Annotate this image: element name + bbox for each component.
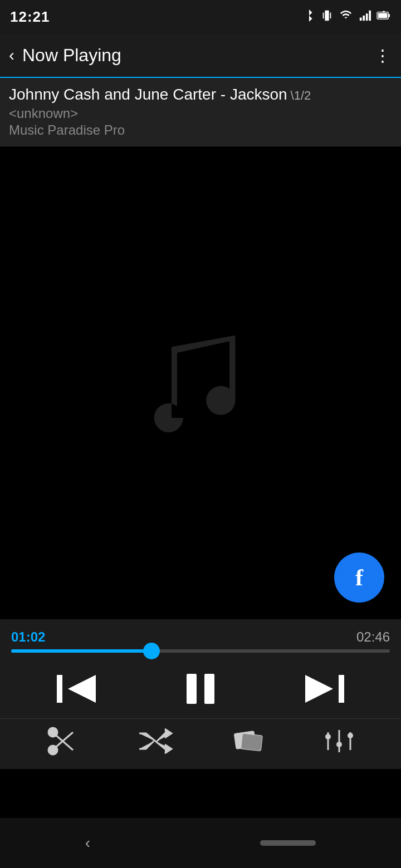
svg-rect-13: [187, 674, 197, 704]
svg-point-24: [325, 734, 331, 739]
status-time: 12:21: [10, 8, 50, 26]
album-art-area: f: [0, 146, 401, 619]
equalizer-button[interactable]: [322, 724, 356, 758]
battery-icon: [376, 9, 391, 24]
music-note-icon: [128, 309, 273, 456]
nav-back-button[interactable]: ‹: [85, 834, 90, 852]
song-artist: <unknown>: [9, 106, 392, 121]
svg-rect-3: [360, 17, 362, 20]
vibrate-icon: [321, 8, 333, 26]
progress-thumb[interactable]: [143, 643, 160, 659]
nav-home-pill[interactable]: [260, 840, 316, 846]
svg-point-28: [348, 733, 353, 738]
facebook-label: f: [355, 564, 363, 591]
svg-marker-12: [68, 675, 96, 703]
progress-track[interactable]: [11, 649, 390, 653]
song-source: Music Paradise Pro: [9, 122, 392, 138]
svg-rect-8: [388, 14, 390, 17]
bottom-controls: [0, 718, 401, 769]
wifi-icon: [339, 9, 353, 24]
current-time: 01:02: [11, 629, 45, 645]
shuffle-button[interactable]: [136, 724, 175, 758]
bluetooth-icon: [303, 8, 315, 26]
previous-button[interactable]: [57, 669, 101, 708]
svg-rect-0: [325, 10, 329, 20]
progress-times: 01:02 02:46: [11, 629, 390, 645]
cut-button[interactable]: [45, 724, 79, 758]
svg-rect-2: [330, 12, 331, 18]
song-info: Johnny Cash and June Carter - Jackson \1…: [0, 78, 401, 146]
next-button[interactable]: [300, 669, 344, 708]
svg-rect-1: [323, 12, 324, 18]
svg-point-18: [48, 728, 57, 737]
svg-rect-5: [366, 13, 368, 21]
track-number: \1/2: [291, 88, 311, 103]
svg-rect-22: [241, 733, 263, 751]
svg-rect-9: [378, 13, 388, 18]
progress-fill: [11, 649, 151, 653]
top-bar: ‹ Now Playing ⋮: [0, 33, 401, 78]
svg-line-20: [56, 736, 73, 750]
svg-rect-16: [339, 675, 344, 703]
svg-line-19: [56, 732, 73, 747]
nav-bar: ‹: [0, 818, 401, 868]
total-time: 02:46: [356, 629, 390, 645]
pause-button[interactable]: [181, 669, 220, 708]
svg-rect-14: [204, 674, 214, 704]
progress-area[interactable]: 01:02 02:46: [0, 619, 401, 658]
status-icons: [303, 8, 391, 26]
svg-point-17: [48, 746, 57, 754]
svg-rect-10: [383, 11, 385, 12]
song-title: Johnny Cash and June Carter - Jackson: [9, 86, 287, 103]
signal-icon: [359, 8, 371, 26]
svg-point-26: [336, 742, 342, 747]
playlist-button[interactable]: [232, 724, 265, 758]
facebook-button[interactable]: f: [334, 553, 384, 603]
top-bar-left: ‹ Now Playing: [9, 45, 121, 66]
now-playing-title: Now Playing: [22, 45, 121, 66]
back-button[interactable]: ‹: [9, 46, 14, 65]
svg-rect-6: [369, 10, 371, 20]
menu-button[interactable]: ⋮: [374, 46, 392, 65]
svg-rect-11: [57, 675, 62, 703]
playback-controls: [0, 658, 401, 718]
svg-rect-4: [363, 16, 365, 21]
status-bar: 12:21: [0, 0, 401, 33]
svg-marker-15: [305, 675, 333, 703]
